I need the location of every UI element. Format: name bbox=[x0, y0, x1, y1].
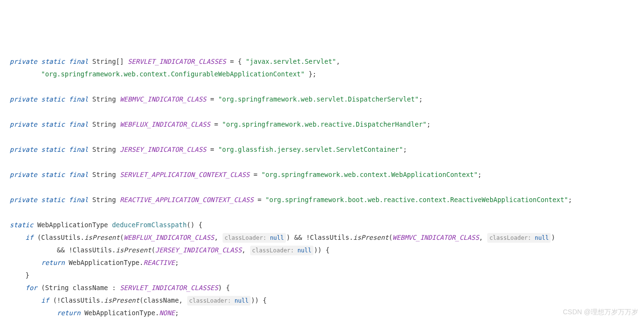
method-deduce: deduceFromClasspath bbox=[112, 221, 186, 229]
string-web-app-ctx: "org.springframework.web.context.WebAppl… bbox=[261, 171, 478, 178]
punct: && ! bbox=[57, 246, 73, 254]
punct: ; bbox=[419, 95, 422, 103]
punct: . bbox=[155, 309, 159, 317]
type-webapplicationtype: WebApplicationType bbox=[69, 259, 139, 266]
type-string: String bbox=[45, 284, 69, 292]
hint-label: classLoader: bbox=[189, 297, 235, 304]
punct: ( bbox=[120, 234, 124, 241]
hint-label: classLoader: bbox=[225, 234, 270, 241]
type-string: String bbox=[92, 146, 116, 153]
keyword-static: static bbox=[41, 95, 65, 103]
watermark: CSDN @理想万岁万万岁 bbox=[563, 306, 638, 318]
punct: , bbox=[336, 58, 340, 65]
keyword-null: null bbox=[298, 247, 312, 254]
string-javax-servlet: "javax.servlet.Servlet" bbox=[246, 58, 336, 65]
keyword-static: static bbox=[41, 58, 65, 65]
keyword-private: private bbox=[10, 120, 37, 128]
inlay-hint: classLoader: null bbox=[187, 296, 251, 306]
keyword-final: final bbox=[69, 120, 89, 128]
type-classutils: ClassUtils bbox=[73, 246, 112, 254]
punct: ) bbox=[551, 234, 555, 241]
punct: ; bbox=[403, 146, 407, 153]
keyword-private: private bbox=[10, 146, 37, 153]
punct: . bbox=[349, 234, 353, 241]
string-dispatcher-servlet: "org.springframework.web.servlet.Dispatc… bbox=[218, 95, 419, 103]
punct: }; bbox=[305, 70, 316, 78]
hint-label: classLoader: bbox=[489, 234, 535, 241]
const-jersey: JERSEY_INDICATOR_CLASS bbox=[155, 246, 242, 254]
const-none: NONE bbox=[159, 309, 175, 317]
const-servlet-app-ctx: SERVLET_APPLICATION_CONTEXT_CLASS bbox=[120, 171, 250, 178]
hint-label: classLoader: bbox=[252, 247, 298, 254]
punct: = bbox=[210, 120, 222, 128]
method-ispresent: isPresent bbox=[116, 246, 151, 254]
punct: = bbox=[254, 196, 265, 204]
punct: : bbox=[108, 284, 120, 292]
punct: )) { bbox=[314, 246, 330, 254]
const-servlet-indicator: SERVLET_INDICATOR_CLASSES bbox=[128, 58, 226, 65]
type-webapplicationtype: WebApplicationType bbox=[37, 221, 108, 229]
punct bbox=[65, 259, 69, 266]
const-reactive: REACTIVE bbox=[143, 259, 175, 266]
keyword-null: null bbox=[235, 297, 249, 304]
string-dispatcher-handler: "org.springframework.web.reactive.Dispat… bbox=[222, 120, 427, 128]
inlay-hint: classLoader: null bbox=[223, 233, 286, 243]
inlay-hint: classLoader: null bbox=[487, 233, 551, 243]
type-string: String bbox=[92, 171, 116, 178]
type-classutils: ClassUtils bbox=[61, 296, 100, 304]
punct: ; bbox=[568, 196, 572, 204]
punct: , bbox=[214, 234, 222, 241]
punct: ( bbox=[33, 234, 41, 241]
method-ispresent: isPresent bbox=[84, 234, 120, 241]
const-webmvc: WEBMVC_INDICATOR_CLASS bbox=[392, 234, 479, 241]
punct: ( bbox=[37, 284, 45, 292]
keyword-for: for bbox=[26, 284, 37, 292]
const-webflux: WEBFLUX_INDICATOR_CLASS bbox=[120, 120, 210, 128]
keyword-private: private bbox=[10, 58, 37, 65]
punct: ; bbox=[175, 309, 179, 317]
punct: () { bbox=[187, 221, 203, 229]
punct: = bbox=[250, 171, 261, 178]
keyword-return: return bbox=[41, 259, 65, 266]
punct: ) && ! bbox=[286, 234, 310, 241]
keyword-private: private bbox=[10, 171, 37, 178]
keyword-static: static bbox=[41, 196, 65, 204]
keyword-private: private bbox=[10, 95, 37, 103]
punct: , bbox=[179, 296, 187, 304]
keyword-return: return bbox=[57, 309, 81, 317]
type-string: String bbox=[92, 120, 116, 128]
keyword-static: static bbox=[41, 171, 65, 178]
const-jersey: JERSEY_INDICATOR_CLASS bbox=[120, 146, 207, 153]
type-string-arr: String[] bbox=[92, 58, 124, 65]
keyword-static: static bbox=[41, 120, 65, 128]
string-reactive-ctx: "org.springframework.boot.web.reactive.c… bbox=[265, 196, 568, 204]
inlay-hint: classLoader: null bbox=[250, 246, 314, 255]
keyword-final: final bbox=[69, 146, 89, 153]
punct: } bbox=[26, 271, 30, 279]
type-classutils: ClassUtils bbox=[310, 234, 349, 241]
keyword-if: if bbox=[26, 234, 33, 241]
punct: ( bbox=[151, 246, 155, 254]
punct: , bbox=[479, 234, 487, 241]
keyword-final: final bbox=[69, 58, 89, 65]
var-classname: className bbox=[73, 284, 108, 292]
const-webflux: WEBFLUX_INDICATOR_CLASS bbox=[124, 234, 214, 241]
keyword-if: if bbox=[41, 296, 49, 304]
method-ispresent: isPresent bbox=[104, 296, 139, 304]
punct: ) { bbox=[218, 284, 230, 292]
punct: ; bbox=[427, 120, 431, 128]
const-servlet-indicator: SERVLET_INDICATOR_CLASSES bbox=[120, 284, 218, 292]
punct: = bbox=[206, 95, 218, 103]
keyword-null: null bbox=[535, 234, 549, 241]
keyword-final: final bbox=[69, 196, 89, 204]
type-string: String bbox=[92, 196, 116, 204]
punct: )) { bbox=[251, 296, 267, 304]
punct: ; bbox=[478, 171, 481, 178]
code-block: private static final String[] SERVLET_IN… bbox=[10, 55, 634, 322]
punct: ; bbox=[175, 259, 179, 266]
method-ispresent: isPresent bbox=[353, 234, 389, 241]
type-string: String bbox=[92, 95, 116, 103]
keyword-final: final bbox=[69, 171, 89, 178]
punct bbox=[69, 284, 73, 292]
keyword-private: private bbox=[10, 196, 37, 204]
